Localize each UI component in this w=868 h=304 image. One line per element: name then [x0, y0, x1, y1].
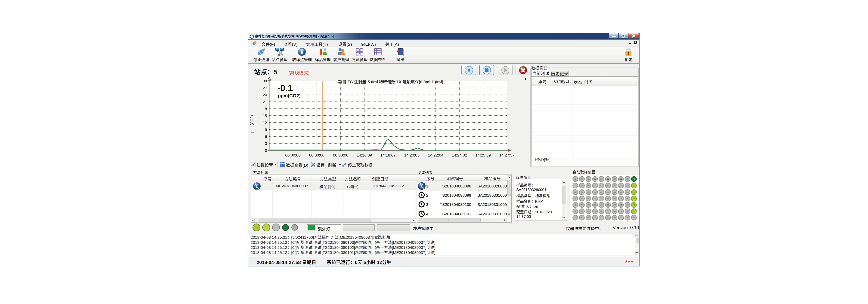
svg-text:27: 27	[263, 86, 267, 90]
svg-text:14:25:59: 14:25:59	[475, 153, 491, 157]
svg-text:24: 24	[263, 93, 267, 97]
svg-text:14:16:09: 14:16:09	[356, 153, 372, 157]
svg-text:14:24:02: 14:24:02	[452, 153, 467, 157]
svg-text:0: 0	[265, 148, 267, 153]
svg-text:14:27:57: 14:27:57	[499, 153, 515, 157]
svg-text:00:00:00: 00:00:00	[309, 153, 324, 157]
svg-text:00:00:00: 00:00:00	[285, 153, 301, 157]
svg-text:30: 30	[263, 79, 267, 83]
svg-text:14:20:05: 14:20:05	[404, 153, 420, 157]
svg-text:12: 12	[263, 121, 267, 125]
svg-text:9: 9	[265, 128, 267, 132]
svg-text:21: 21	[263, 100, 267, 104]
svg-text:18: 18	[263, 107, 267, 111]
svg-text:00:00:00: 00:00:00	[333, 153, 348, 157]
svg-text:3: 3	[265, 141, 267, 146]
svg-text:15: 15	[263, 114, 267, 118]
svg-text:14:22:04: 14:22:04	[428, 153, 443, 157]
svg-text:6: 6	[265, 135, 267, 139]
svg-text:14:18:07: 14:18:07	[380, 153, 396, 157]
